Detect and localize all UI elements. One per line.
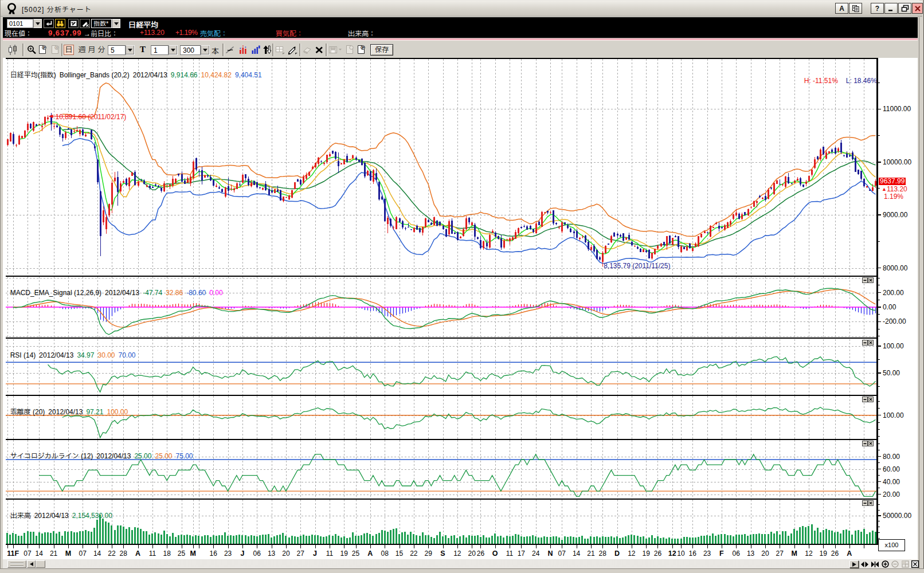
restore-button[interactable]	[898, 3, 911, 14]
panel-close-button-rsi[interactable]	[868, 340, 874, 346]
svg-text:P: P	[362, 46, 365, 50]
period-week-toggle[interactable]: 週	[77, 45, 87, 55]
svg-text:R: R	[56, 46, 58, 50]
edit-note-button[interactable]	[68, 19, 79, 28]
low-percent-label: L: 18.46%	[846, 77, 877, 85]
arrows-out-icon	[861, 562, 868, 567]
bar-count-select[interactable]: 300	[180, 45, 201, 55]
save-button[interactable]: 保存	[370, 44, 393, 56]
minimize-button[interactable]	[884, 3, 898, 14]
period-month-toggle[interactable]: 月	[87, 45, 97, 55]
period-day-toggle[interactable]: 日	[64, 45, 74, 55]
close-chart-button[interactable]	[910, 560, 919, 568]
volume-date-label: 2012/04/13	[34, 511, 69, 521]
delete-x-icon[interactable]	[314, 44, 325, 56]
symbol-search-button[interactable]	[55, 19, 65, 28]
category-select[interactable]: 指数*	[91, 19, 112, 28]
rsi-date-label: 2012/04/13	[39, 350, 73, 360]
trendline-tool-icon[interactable]	[225, 44, 236, 56]
scroll-left-button[interactable]	[27, 560, 36, 568]
right-arrow-icon	[852, 562, 856, 567]
zoom-in-button[interactable]	[880, 560, 890, 568]
zoom-out-button[interactable]	[890, 560, 899, 568]
category-dropdown[interactable]	[112, 19, 120, 28]
help-button[interactable]: ?	[871, 3, 884, 14]
minimize-icon	[887, 5, 895, 12]
kairi-value: 97.21	[86, 407, 103, 417]
shrink-bars-button[interactable]	[870, 560, 879, 568]
psych-study-label: サイコロジカルライン (12)	[10, 451, 93, 461]
panel-minimize-button-volume[interactable]	[862, 500, 868, 506]
panel-close-button-psych[interactable]	[868, 441, 874, 446]
new-page-disabled-icon[interactable]: R	[49, 44, 61, 56]
horizontal-scrollbar	[2, 559, 918, 568]
close-icon	[868, 501, 873, 505]
panel-close-button-kairi[interactable]	[868, 397, 874, 402]
panel-minimize-button-kairi[interactable]	[862, 397, 868, 402]
grid-table-icon[interactable]	[275, 44, 286, 56]
enter-symbol-button[interactable]	[44, 19, 54, 28]
minute-interval-select[interactable]: 5	[108, 45, 126, 55]
close-box-icon	[911, 560, 919, 568]
macd-signal-value: 32.86	[166, 288, 183, 298]
period-minute-toggle[interactable]: 分	[96, 45, 107, 55]
kairi-base-line-value: 100.00	[107, 407, 128, 417]
zoom-search-icon[interactable]	[26, 44, 37, 56]
candlestick-tool-icon[interactable]	[7, 44, 18, 56]
macd-date-label: 2012/04/13	[105, 288, 139, 298]
toolbar-separator	[22, 44, 24, 56]
tick-label: T	[140, 45, 146, 54]
macd-study-label: MACD_EMA_Signal (12,26,9)	[10, 288, 101, 298]
symbol-code-input[interactable]: 0101	[7, 19, 33, 28]
volume-chart-icon[interactable]	[237, 44, 249, 56]
toolbar-separator	[326, 44, 327, 56]
tick-count-dropdown[interactable]	[169, 45, 178, 55]
kairi-study-label: 乖離度 (20)	[10, 407, 45, 417]
scrollbar-resize-grip[interactable]	[7, 560, 26, 568]
close-button[interactable]	[912, 3, 923, 14]
panel-minimize-button-rsi[interactable]	[862, 340, 868, 346]
binoculars-icon	[56, 20, 64, 27]
volume-study-label: 出来高	[10, 511, 31, 521]
symbol-code-dropdown[interactable]	[33, 19, 42, 28]
font-size-button[interactable]: A	[835, 3, 848, 14]
panel-minimize-button-psych[interactable]	[862, 441, 868, 446]
tick-count-select[interactable]: 1	[151, 45, 169, 55]
bar-chart-icon[interactable]	[250, 44, 261, 56]
minimize-icon	[863, 340, 867, 345]
grid-view-button[interactable]	[900, 560, 910, 568]
panel-close-button-volume[interactable]	[868, 500, 874, 506]
draw-off-button[interactable]	[80, 19, 90, 28]
sort-arrows-icon[interactable]	[261, 44, 272, 56]
rsi-panel-label: RSI (14)2012/04/1334.9730.0070.00	[6, 340, 139, 360]
expand-bars-button[interactable]	[860, 560, 869, 568]
volume-value: 2,154,530.00	[72, 511, 112, 521]
window-title: [5002] 分析チャート	[22, 5, 92, 15]
chart-plot-area[interactable]	[6, 59, 877, 544]
note-pencil-icon	[70, 20, 77, 27]
minute-interval-dropdown[interactable]	[126, 45, 135, 55]
chart-step-button[interactable]	[849, 560, 859, 568]
current-price-label: 現在値：	[5, 29, 32, 38]
copy-page-button[interactable]	[849, 3, 862, 14]
macd-value: -47.74	[143, 288, 162, 298]
scrollbar-thumb[interactable]	[36, 560, 45, 568]
panel-minimize-button-macd[interactable]	[862, 277, 868, 283]
page-copy-disabled-icon[interactable]	[344, 44, 355, 56]
panel-close-button-macd[interactable]	[868, 277, 874, 283]
rsi-low-line-value: 30.00	[97, 350, 115, 360]
toolbar-separator	[61, 44, 63, 56]
pencil-tool-icon[interactable]	[287, 44, 299, 56]
zoom-out-icon	[891, 560, 899, 568]
save-image-icon[interactable]	[328, 44, 343, 56]
main-date-label: 2012/04/13	[133, 70, 167, 80]
bar-count-dropdown[interactable]	[201, 45, 210, 55]
left-arrow-icon	[30, 562, 33, 566]
print-page-icon[interactable]: P	[355, 44, 367, 56]
chevron-down-icon	[171, 49, 175, 52]
bid-label: 買気配：	[276, 29, 303, 38]
eraser-icon[interactable]	[302, 44, 313, 56]
new-page-icon[interactable]: P	[37, 44, 48, 56]
pages-icon	[852, 5, 860, 13]
main-panel-label: 日経平均(指数)Bollinger_Bands (20,2)2012/04/13…	[6, 60, 265, 80]
